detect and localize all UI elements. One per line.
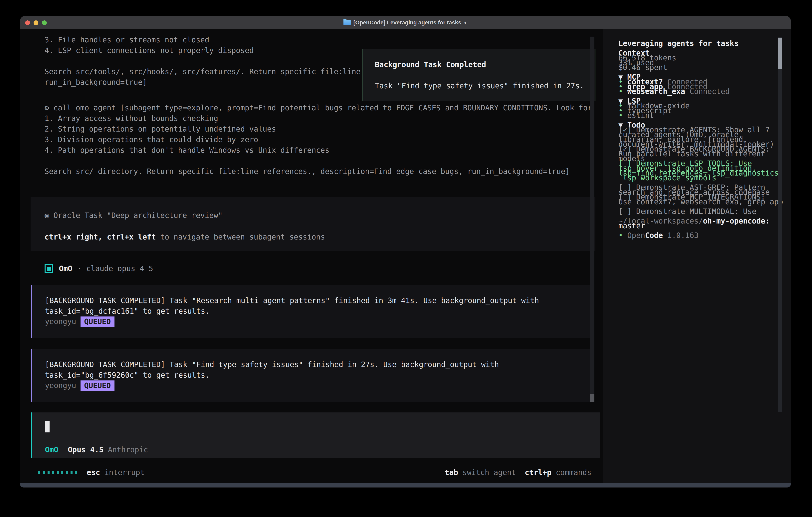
status-bar: esc interrupt tab switch agent ctrl+p co… — [20, 466, 603, 479]
sidebar-line: Leveraging agents for tasks — [618, 38, 623, 43]
spinner-dot — [38, 471, 40, 474]
main-scrollbar-thumb[interactable] — [590, 394, 594, 402]
background-task-toast: Background Task Completed Task "Find typ… — [361, 49, 596, 101]
separator-dot: · — [77, 264, 82, 273]
oracle-task-panel[interactable]: ◉ Oracle Task "Deep architecture review"… — [31, 197, 596, 251]
spinner-dot — [70, 471, 72, 474]
message-line: [BACKGROUND TASK COMPLETED] Task "Find t… — [45, 359, 499, 370]
terminal-line: Search src/ directory. Return specific f… — [45, 166, 49, 177]
opencode-window: [OpenCode] Leveraging agents for tasks ◐… — [20, 16, 791, 487]
terminal-pane: 3. File handles or streams not closed4. … — [20, 29, 791, 483]
status-badge: QUEUED — [81, 317, 115, 327]
terminal-line: ⚙ call_omo_agent [subagent_type=explore,… — [45, 103, 49, 113]
spinner-dot — [66, 471, 68, 474]
oracle-line: ◉ Oracle Task "Deep architecture review" — [45, 210, 49, 221]
message-line: task_id="bg_dcfac161" to get results. — [45, 306, 210, 317]
terminal-output-top: 3. File handles or streams not closed4. … — [45, 34, 49, 87]
traffic-lights — [25, 16, 47, 29]
message-line: task_id="bg_6f59260c" to get results. — [45, 370, 210, 380]
oracle-task-hint: ctrl+x right, ctrl+x left to navigate be… — [45, 232, 49, 242]
spinner-dot — [43, 471, 45, 474]
terminal-line — [45, 156, 49, 166]
titlebar[interactable]: [OpenCode] Leveraging agents for tasks ◐ — [20, 16, 791, 29]
terminal-line: run_in_background=true] — [45, 77, 49, 87]
sidebar-content: Leveraging agents for tasks Context66,51… — [618, 38, 778, 235]
spinner-dot — [52, 471, 54, 474]
prompt-input[interactable]: OmO Opus 4.5 Anthropic — [31, 412, 600, 458]
input-status-row: OmO Opus 4.5 Anthropic — [45, 445, 148, 454]
zoom-button[interactable] — [42, 20, 47, 25]
ctrlp-key-hint: ctrl+p — [525, 468, 551, 477]
status-bar-right: tab switch agent ctrl+p commands — [445, 468, 591, 477]
window-title: [OpenCode] Leveraging agents for tasks — [353, 19, 461, 26]
folder-icon — [344, 20, 351, 25]
close-button[interactable] — [25, 20, 30, 25]
moon-icon: ◐ — [464, 19, 467, 26]
terminal-line — [45, 56, 49, 66]
tool-call-output: ⚙ call_omo_agent [subagent_type=explore,… — [45, 103, 49, 177]
toast-body: Task "Find type safety issues" finished … — [375, 81, 594, 91]
message-user: yeongyu — [45, 381, 76, 390]
terminal-line: 2. String operations on potentially unde… — [45, 124, 49, 134]
spinner-dot — [75, 471, 77, 474]
window-bottom-edge — [20, 483, 791, 487]
input-provider-name: Anthropic — [108, 445, 148, 454]
window-title-area: [OpenCode] Leveraging agents for tasks ◐ — [344, 19, 467, 26]
agent-header: OmO · claude-opus-4-5 — [45, 263, 153, 274]
tab-key-label: switch agent — [463, 468, 516, 477]
sidebar-scrollbar[interactable] — [778, 37, 782, 412]
toast-title: Background Task Completed — [375, 59, 594, 70]
terminal-line: 4. Path operations that don't handle Win… — [45, 145, 49, 156]
main-scrollbar[interactable] — [590, 36, 594, 402]
input-model-name[interactable]: Opus 4.5 — [68, 445, 104, 454]
message-meta-row: yeongyuQUEUED — [45, 380, 115, 391]
status-badge: QUEUED — [81, 380, 115, 391]
background-task-message: [BACKGROUND TASK COMPLETED] Task "Resear… — [31, 285, 590, 338]
ctrlp-key-label: commands — [556, 468, 591, 477]
sidebar-scrollbar-thumb[interactable] — [778, 38, 782, 69]
oracle-task-title: ◉ Oracle Task "Deep architecture review" — [45, 210, 49, 221]
message-meta-row: yeongyuQUEUED — [45, 317, 115, 327]
esc-key-hint: esc — [87, 468, 100, 477]
esc-key-label: interrupt — [105, 468, 144, 477]
terminal-line: 3. File handles or streams not closed — [45, 34, 49, 45]
background-task-message: [BACKGROUND TASK COMPLETED] Task "Find t… — [31, 349, 590, 402]
terminal-line: 1. Array access without bounds checking — [45, 113, 49, 124]
busy-spinner-dots — [38, 471, 77, 474]
spinner-dot — [48, 471, 50, 474]
message-user: yeongyu — [45, 317, 76, 326]
input-agent-name: OmO — [45, 445, 58, 454]
spinner-dot — [61, 471, 63, 474]
agent-checkbox-icon — [45, 264, 53, 273]
sidebar: Leveraging agents for tasks Context66,51… — [603, 29, 791, 483]
terminal-line: Search src/tools/, src/hooks/, src/featu… — [45, 66, 49, 77]
text-cursor — [45, 421, 50, 432]
terminal-line: 4. LSP client connections not properly d… — [45, 45, 49, 56]
spinner-dot — [57, 471, 59, 474]
agent-model: claude-opus-4-5 — [86, 264, 153, 273]
oracle-line: ctrl+x right, ctrl+x left to navigate be… — [45, 232, 49, 242]
agent-name: OmO — [59, 264, 72, 273]
message-line: [BACKGROUND TASK COMPLETED] Task "Resear… — [45, 295, 539, 306]
minimize-button[interactable] — [34, 20, 38, 25]
terminal-line: 3. Division operations that could divide… — [45, 134, 49, 145]
tab-key-hint: tab — [445, 468, 458, 477]
